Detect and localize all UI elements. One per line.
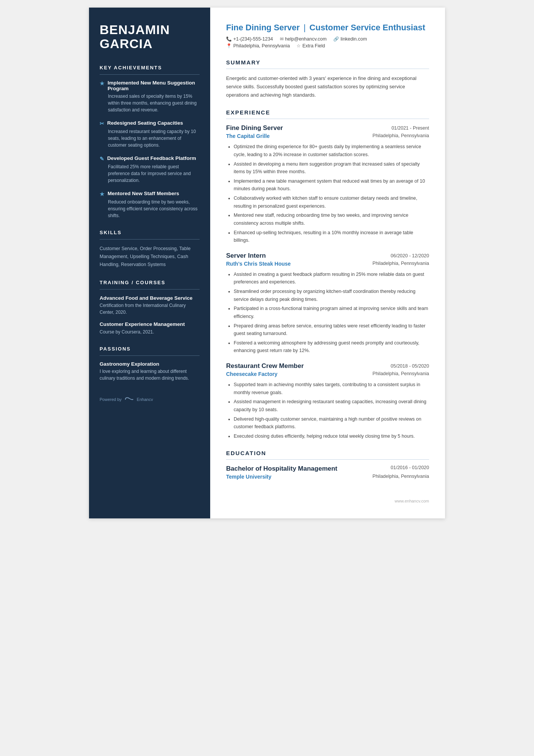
skills-text: Customer Service, Order Processing, Tabl… <box>100 245 200 269</box>
contact-row-1: 📞 +1-(234)-555-1234 ✉ help@enhancv.com 🔗… <box>226 36 429 42</box>
location-text: Philadelphia, Pennsylvania <box>233 43 290 49</box>
exp-company-row: Ruth's Chris Steak House Philadelphia, P… <box>226 261 429 267</box>
bullet-item: Participated in a cross-functional train… <box>234 305 429 320</box>
bullet-item: Prepared dining areas before service, en… <box>234 322 429 338</box>
candidate-name: BENJAMIN GARCIA <box>100 23 200 51</box>
title-divider: | <box>303 23 306 33</box>
bullet-item: Collaboratively worked with kitchen staf… <box>234 194 429 210</box>
exp-header: Server Intern 06/2020 - 12/2020 <box>226 252 429 260</box>
experience-item: Server Intern 06/2020 - 12/2020 Ruth's C… <box>226 252 429 355</box>
summary-divider <box>226 69 429 69</box>
achievement-desc: Facilitated 25% more reliable guest pref… <box>100 163 200 184</box>
brand-name: Enhancv <box>137 397 153 402</box>
main-footer: www.enhancv.com <box>226 499 429 503</box>
training-item: Customer Experience Management Course by… <box>100 321 200 335</box>
exp-date: 05/2018 - 05/2020 <box>391 362 429 369</box>
sidebar: BENJAMIN GARCIA KEY ACHIEVEMENTS ★ Imple… <box>89 8 210 518</box>
achievement-title: ★ Mentored New Staff Members <box>100 191 200 197</box>
experience-divider <box>226 119 429 119</box>
education-item: Bachelor of Hospitality Management 01/20… <box>226 465 429 480</box>
achievements-divider <box>100 74 200 75</box>
job-title-header: Fine Dining Server | Customer Service En… <box>226 23 429 33</box>
main-content: Fine Dining Server | Customer Service En… <box>210 8 445 518</box>
enhancv-logo-icon <box>124 397 134 402</box>
exp-date: 06/2020 - 12/2020 <box>391 252 429 258</box>
training-divider <box>100 289 200 290</box>
achievement-title: ★ Implemented New Menu Suggestion Progra… <box>100 80 200 91</box>
bullet-item: Implemented a new table management syste… <box>234 177 429 193</box>
bullet-item: Optimized the dining experience for 80+ … <box>234 143 429 158</box>
experience-item: Restaurant Crew Member 05/2018 - 05/2020… <box>226 362 429 440</box>
contact-location: 📍 Philadelphia, Pennsylvania <box>226 43 290 49</box>
edu-header: Bachelor of Hospitality Management 01/20… <box>226 465 429 473</box>
skills-heading: SKILLS <box>100 230 200 235</box>
bullet-item: Supported team in achieving monthly sale… <box>234 381 429 396</box>
contact-linkedin: 🔗 linkedin.com <box>333 36 367 42</box>
main-header: Fine Dining Server | Customer Service En… <box>226 23 429 49</box>
training-desc: Course by Coursera, 2021. <box>100 329 200 335</box>
star-icon: ★ <box>100 80 105 86</box>
phone-icon: 📞 <box>226 36 232 42</box>
exp-header: Restaurant Crew Member 05/2018 - 05/2020 <box>226 362 429 370</box>
linkedin-text: linkedin.com <box>340 36 367 42</box>
bullet-item: Delivered high-quality customer service,… <box>234 415 429 431</box>
contact-phone: 📞 +1-(234)-555-1234 <box>226 36 273 42</box>
star-icon: ★ <box>100 191 105 197</box>
training-heading: TRAINING / COURSES <box>100 280 200 285</box>
bullet-item: Assisted management in redesigning resta… <box>234 398 429 413</box>
achievement-item: ✂ Redesigned Seating Capacities Increase… <box>100 120 200 149</box>
training-title: Customer Experience Management <box>100 321 200 328</box>
achievement-desc: Increased sales of specialty items by 15… <box>100 93 200 113</box>
phone-text: +1-(234)-555-1234 <box>233 36 273 42</box>
exp-location: Philadelphia, Pennsylvania <box>373 371 429 376</box>
exp-company-row: Cheesecake Factory Philadelphia, Pennsyl… <box>226 371 429 377</box>
exp-job-title: Restaurant Crew Member <box>226 362 304 370</box>
exp-bullets: Optimized the dining experience for 80+ … <box>226 143 429 244</box>
education-divider <box>226 459 429 460</box>
experience-item: Fine Dining Server 01/2021 - Present The… <box>226 124 429 244</box>
edu-school: Temple University <box>226 474 272 480</box>
exp-header: Fine Dining Server 01/2021 - Present <box>226 124 429 132</box>
exp-company: Cheesecake Factory <box>226 371 277 377</box>
exp-job-title: Server Intern <box>226 252 266 260</box>
bullet-item: Executed closing duties efficiently, hel… <box>234 432 429 440</box>
bullet-item: Mentored new staff, reducing onboarding … <box>234 211 429 227</box>
role-title: Fine Dining Server <box>226 23 300 33</box>
contact-extra: ☆ Extra Field <box>297 43 325 49</box>
training-item: Advanced Food and Beverage Service Certi… <box>100 295 200 316</box>
sidebar-footer: Powered by Enhancv <box>100 397 200 402</box>
exp-bullets: Supported team in achieving monthly sale… <box>226 381 429 440</box>
passion-item: Gastronomy Exploration I love exploring … <box>100 361 200 382</box>
bullet-item: Enhanced up-selling techniques, resultin… <box>234 229 429 244</box>
exp-bullets: Assisted in creating a guest feedback pl… <box>226 271 429 355</box>
education-heading: EDUCATION <box>226 450 429 456</box>
location-icon: 📍 <box>226 43 232 49</box>
summary-text: Energetic and customer-oriented with 3 y… <box>226 74 429 99</box>
edu-degree: Bachelor of Hospitality Management <box>226 465 337 473</box>
bullet-item: Assisted in developing a menu item sugge… <box>234 160 429 176</box>
exp-company: Ruth's Chris Steak House <box>226 261 291 267</box>
powered-by-label: Powered by <box>100 397 122 402</box>
exp-location: Philadelphia, Pennsylvania <box>373 261 429 266</box>
pencil-icon: ✎ <box>100 156 104 162</box>
achievement-desc: Increased restaurant seating capacity by… <box>100 128 200 149</box>
passions-list: Gastronomy Exploration I love exploring … <box>100 361 200 382</box>
passion-title: Gastronomy Exploration <box>100 361 200 367</box>
training-list: Advanced Food and Beverage Service Certi… <box>100 295 200 335</box>
edu-location: Philadelphia, Pennsylvania <box>373 474 429 480</box>
passions-divider <box>100 355 200 356</box>
star-outline-icon: ☆ <box>297 43 301 49</box>
passion-desc: I love exploring and learning about diff… <box>100 368 200 382</box>
bullet-item: Fostered a welcoming atmosphere by addre… <box>234 339 429 355</box>
skills-divider <box>100 239 200 239</box>
training-title: Advanced Food and Beverage Service <box>100 295 200 302</box>
exp-company: The Capital Grille <box>226 133 270 139</box>
achievement-item: ★ Mentored New Staff Members Reduced onb… <box>100 191 200 219</box>
training-desc: Certification from the International Cul… <box>100 302 200 316</box>
passions-heading: PASSIONS <box>100 346 200 352</box>
exp-location: Philadelphia, Pennsylvania <box>373 133 429 138</box>
scissors-icon: ✂ <box>100 121 104 127</box>
achievement-item: ✎ Developed Guest Feedback Platform Faci… <box>100 155 200 184</box>
contact-email: ✉ help@enhancv.com <box>280 36 327 42</box>
bullet-item: Assisted in creating a guest feedback pl… <box>234 271 429 286</box>
